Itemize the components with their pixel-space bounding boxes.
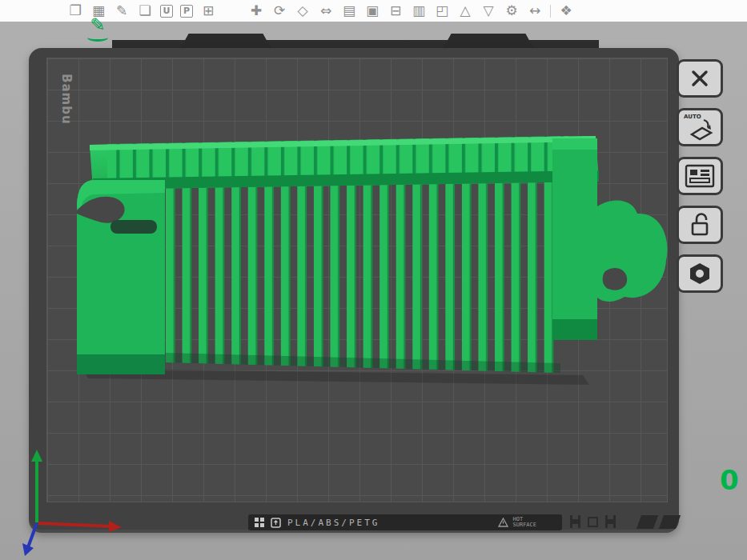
plate-info-bar: PLA/ABS/PETG HOT SURFACE	[248, 514, 562, 530]
layout-rows-icon[interactable]: ▤	[341, 4, 357, 18]
documents-icon[interactable]: ❏	[137, 4, 153, 18]
auto-label: AUTO	[684, 114, 701, 120]
sketch-icon[interactable]: ✎	[114, 4, 130, 18]
nut-button[interactable]	[677, 254, 723, 293]
boxed-p-icon[interactable]: P	[180, 5, 193, 18]
plate-corner-icons	[570, 515, 616, 528]
nut-icon[interactable]: ⚙	[504, 4, 520, 18]
diamond-icon[interactable]: ◇	[295, 4, 311, 18]
spool-icon	[570, 515, 580, 528]
boxed-u-icon[interactable]: U	[160, 5, 173, 18]
hot-surface-warning: HOT SURFACE	[498, 517, 554, 529]
toolbar-separator	[550, 5, 551, 18]
mirror-icon[interactable]: ⇔	[318, 4, 334, 18]
lock-open-icon	[686, 211, 713, 238]
measure-icon[interactable]: ↔	[527, 4, 543, 18]
axis-gizmo	[11, 445, 131, 557]
triangle-ruler-icon[interactable]: △	[457, 4, 473, 18]
active-draw-tool[interactable]: ✎	[83, 16, 112, 42]
logo-shape	[659, 515, 681, 529]
add-grid-icon[interactable]: ⊞	[200, 4, 216, 18]
columns-icon[interactable]: ▥	[411, 4, 427, 18]
grid-dots-icon	[255, 518, 264, 527]
arrange-button[interactable]	[677, 157, 723, 195]
layout-grid-icon[interactable]: ▣	[364, 4, 380, 18]
viewport: ❐ ▦ ✎ ❏ U P ⊞ ✚ ⟳ ◇ ⇔ ▤ ▣ ⊟ ▥ ◰ △ ▽ ⚙ ↔ …	[0, 0, 747, 560]
overlay-value: 0	[720, 464, 739, 496]
auto-orient-button[interactable]: AUTO	[677, 108, 723, 146]
logo-shape	[637, 515, 658, 529]
move-icon[interactable]: ✚	[248, 4, 264, 18]
side-toolbar: AUTO	[677, 59, 723, 293]
delete-all-button[interactable]	[677, 59, 723, 98]
rotate-icon[interactable]: ⟳	[271, 4, 287, 18]
plugin-icon[interactable]: ❖	[558, 4, 574, 18]
model-object[interactable]	[70, 130, 671, 388]
duplicate-plate-icon[interactable]: ❐	[67, 4, 83, 18]
arrange-icon	[685, 163, 715, 189]
hex-nut-icon	[686, 261, 713, 286]
warning-line-2: SURFACE	[512, 522, 536, 529]
corner-box-icon[interactable]: ◰	[434, 4, 450, 18]
funnel-icon[interactable]: ▽	[480, 4, 496, 18]
plate-logo	[639, 515, 678, 529]
plate-type-icon	[271, 518, 281, 528]
close-icon	[689, 67, 711, 90]
lock-button[interactable]	[677, 206, 723, 244]
box-icon	[588, 517, 598, 527]
split-icon[interactable]: ⊟	[388, 4, 404, 18]
warning-triangle-icon	[498, 518, 508, 527]
spool-icon	[605, 515, 616, 528]
materials-label: PLA/ABS/PETG	[287, 518, 380, 528]
pen-icon: ✎	[83, 16, 112, 34]
plate-brand-label: Bambu	[59, 74, 74, 125]
